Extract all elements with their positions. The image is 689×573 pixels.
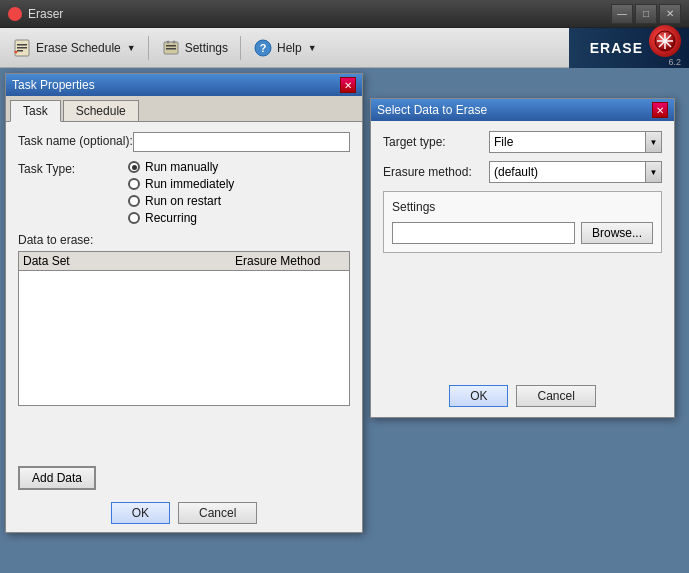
- task-type-radio-group: Run manually Run immediately Run on rest…: [128, 160, 234, 225]
- radio-run-immediately-btn[interactable]: [128, 178, 140, 190]
- erase-schedule-button[interactable]: Erase Schedule ▼: [4, 32, 144, 64]
- close-button[interactable]: ✕: [659, 4, 681, 24]
- settings-group-label: Settings: [392, 200, 653, 214]
- task-cancel-button[interactable]: Cancel: [178, 502, 257, 524]
- svg-point-8: [166, 40, 169, 43]
- radio-run-on-restart-btn[interactable]: [128, 195, 140, 207]
- task-dialog-title-bar: Task Properties ✕: [6, 74, 362, 96]
- select-dialog-title-text: Select Data to Erase: [377, 103, 487, 117]
- erase-schedule-icon: [12, 38, 32, 58]
- title-bar: Eraser — □ ✕: [0, 0, 689, 28]
- task-name-input[interactable]: [133, 132, 350, 152]
- task-name-label: Task name (optional):: [18, 132, 133, 148]
- minimize-button[interactable]: —: [611, 4, 633, 24]
- toolbar-separator-2: [240, 36, 241, 60]
- svg-rect-3: [17, 50, 23, 52]
- select-dialog-footer: OK Cancel: [371, 385, 674, 407]
- target-type-row: Target type: File ▼: [383, 131, 662, 153]
- toolbar-separator-1: [148, 36, 149, 60]
- select-cancel-button[interactable]: Cancel: [516, 385, 595, 407]
- app-window: Eraser — □ ✕ Erase Schedule ▼: [0, 0, 689, 573]
- task-name-row: Task name (optional):: [18, 132, 350, 152]
- radio-recurring-btn[interactable]: [128, 212, 140, 224]
- radio-run-manually-label: Run manually: [145, 160, 218, 174]
- tab-task[interactable]: Task: [10, 100, 61, 122]
- title-bar-controls: — □ ✕: [611, 4, 681, 24]
- select-dialog-close-button[interactable]: ✕: [652, 102, 668, 118]
- tab-schedule[interactable]: Schedule: [63, 100, 139, 121]
- target-type-value: File: [490, 135, 645, 149]
- browse-button[interactable]: Browse...: [581, 222, 653, 244]
- help-button[interactable]: ? Help ▼: [245, 32, 325, 64]
- target-type-arrow-icon[interactable]: ▼: [645, 132, 661, 152]
- task-properties-dialog: Task Properties ✕ Task Schedule Task nam…: [5, 73, 363, 533]
- task-dialog-footer: OK Cancel: [6, 494, 362, 532]
- svg-rect-7: [166, 48, 176, 50]
- select-data-dialog: Select Data to Erase ✕ Target type: File…: [370, 98, 675, 418]
- settings-input-row: Browse...: [392, 222, 653, 244]
- data-table: Data Set Erasure Method: [18, 251, 350, 406]
- radio-run-manually[interactable]: Run manually: [128, 160, 234, 174]
- radio-recurring[interactable]: Recurring: [128, 211, 234, 225]
- app-icon: [8, 7, 22, 21]
- svg-rect-2: [17, 47, 27, 49]
- data-table-header: Data Set Erasure Method: [19, 252, 349, 271]
- settings-button[interactable]: Settings: [153, 32, 236, 64]
- erasure-method-row: Erasure method: (default) ▼: [383, 161, 662, 183]
- task-ok-button[interactable]: OK: [111, 502, 170, 524]
- svg-point-9: [172, 40, 175, 43]
- col-dataset-header: Data Set: [23, 254, 235, 268]
- help-label: Help: [277, 41, 302, 55]
- settings-label: Settings: [185, 41, 228, 55]
- title-bar-left: Eraser: [8, 7, 63, 21]
- erasure-method-value: (default): [490, 165, 645, 179]
- add-data-button[interactable]: Add Data: [18, 466, 96, 490]
- radio-run-manually-btn[interactable]: [128, 161, 140, 173]
- erasure-method-dropdown[interactable]: (default) ▼: [489, 161, 662, 183]
- task-dialog-title-text: Task Properties: [12, 78, 95, 92]
- settings-icon: [161, 38, 181, 58]
- radio-run-on-restart-label: Run on restart: [145, 194, 221, 208]
- task-dialog-tabs: Task Schedule: [6, 96, 362, 122]
- radio-run-immediately-label: Run immediately: [145, 177, 234, 191]
- help-icon: ?: [253, 38, 273, 58]
- col-method-header: Erasure Method: [235, 254, 345, 268]
- settings-group: Settings Browse...: [383, 191, 662, 253]
- settings-path-input[interactable]: [392, 222, 575, 244]
- erasure-method-label: Erasure method:: [383, 165, 483, 179]
- data-to-erase-label: Data to erase:: [18, 233, 350, 247]
- svg-rect-6: [166, 45, 176, 47]
- content-area: Task Properties ✕ Task Schedule Task nam…: [0, 68, 689, 573]
- task-type-label: Task Type:: [18, 160, 128, 176]
- help-dropdown-icon[interactable]: ▼: [308, 43, 317, 53]
- radio-recurring-label: Recurring: [145, 211, 197, 225]
- app-title: Eraser: [28, 7, 63, 21]
- erasure-method-arrow-icon[interactable]: ▼: [645, 162, 661, 182]
- select-ok-button[interactable]: OK: [449, 385, 508, 407]
- erase-schedule-dropdown-icon[interactable]: ▼: [127, 43, 136, 53]
- svg-rect-1: [17, 44, 27, 46]
- maximize-button[interactable]: □: [635, 4, 657, 24]
- select-dialog-title-bar: Select Data to Erase ✕: [371, 99, 674, 121]
- target-type-label: Target type:: [383, 135, 483, 149]
- erase-schedule-label: Erase Schedule: [36, 41, 121, 55]
- svg-text:?: ?: [260, 42, 267, 54]
- radio-run-on-restart[interactable]: Run on restart: [128, 194, 234, 208]
- target-type-dropdown[interactable]: File ▼: [489, 131, 662, 153]
- eraser-logo: ERASE: [569, 28, 689, 68]
- eraser-logo-icon: [649, 25, 681, 57]
- eraser-logo-text: ERASE: [590, 40, 643, 56]
- task-type-row: Task Type: Run manually Run immediately: [18, 160, 350, 225]
- task-dialog-body: Task name (optional): Task Type: Run man…: [6, 122, 362, 416]
- task-dialog-close-button[interactable]: ✕: [340, 77, 356, 93]
- radio-run-immediately[interactable]: Run immediately: [128, 177, 234, 191]
- toolbar: Erase Schedule ▼ Settings ?: [0, 28, 689, 68]
- select-dialog-body: Target type: File ▼ Erasure method: (def…: [371, 121, 674, 263]
